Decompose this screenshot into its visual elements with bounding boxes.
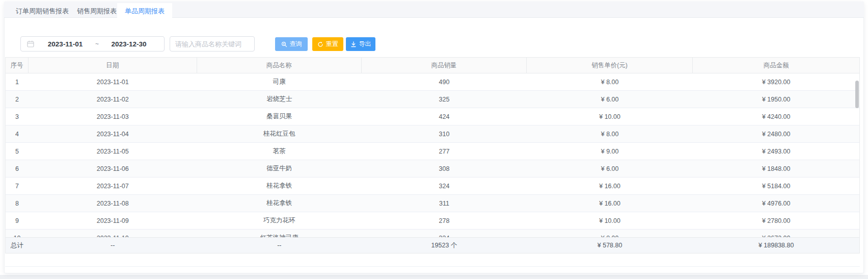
- table-cell: 2023-11-06: [29, 160, 197, 177]
- column-header-unit-price: 销售单价(元): [527, 58, 693, 73]
- table-cell: 10: [6, 230, 29, 237]
- table-cell: ¥ 5184.00: [693, 177, 859, 194]
- table-cell: 桂花拿铁: [197, 195, 362, 212]
- table-cell: 2023-11-04: [29, 125, 197, 142]
- table-cell: 2023-11-01: [29, 73, 197, 90]
- table-cell: 8: [6, 195, 29, 212]
- search-input[interactable]: [170, 36, 255, 52]
- table-row: 82023-11-08桂花拿铁311¥ 16.00¥ 4976.00: [6, 195, 859, 212]
- total-label: 总计: [6, 238, 29, 253]
- table-cell: 2023-11-10: [29, 230, 197, 237]
- table-cell: 茗茶: [197, 143, 362, 160]
- table-cell: ¥ 6.00: [527, 160, 693, 177]
- table-cell: ¥ 3920.00: [693, 73, 859, 90]
- table-row: 52023-11-05茗茶277¥ 9.00¥ 2493.00: [6, 143, 859, 160]
- table-cell: 490: [362, 73, 527, 90]
- table-cell: ¥ 8.00: [527, 73, 693, 90]
- column-header-amount: 商品金额: [693, 58, 859, 73]
- table-cell: 岩烧芝士: [197, 91, 362, 108]
- table-cell: 3: [6, 108, 29, 125]
- table-cell: ¥ 10.00: [527, 212, 693, 229]
- table-cell: 308: [362, 160, 527, 177]
- table-cell: 2023-11-09: [29, 212, 197, 229]
- total-quantity: 19523 个: [362, 238, 527, 253]
- query-button[interactable]: 查询: [275, 37, 308, 51]
- table-cell: ¥ 4240.00: [693, 108, 859, 125]
- table-cell: 司康: [197, 73, 362, 90]
- table-row: 22023-11-02岩烧芝士325¥ 6.00¥ 1950.00: [6, 91, 859, 108]
- table-cell: ¥ 10.00: [527, 108, 693, 125]
- table-cell: 巧克力花环: [197, 212, 362, 229]
- table-cell: 1: [6, 73, 29, 90]
- column-header-product: 商品名称: [197, 58, 362, 73]
- table-cell: 310: [362, 125, 527, 142]
- table-row: 102023-11-10红茶洛神司康334¥ 8.00¥ 2672.00: [6, 230, 859, 237]
- table-cell: 2023-11-03: [29, 108, 197, 125]
- column-header-quantity: 商品销量: [362, 58, 527, 73]
- table-row: 72023-11-07桂花拿铁324¥ 16.00¥ 5184.00: [6, 177, 859, 195]
- table-cell: ¥ 2493.00: [693, 143, 859, 160]
- table-cell: 9: [6, 212, 29, 229]
- table-cell: 7: [6, 177, 29, 194]
- download-icon: [350, 41, 357, 47]
- table-cell: 桑葚贝果: [197, 108, 362, 125]
- table-cell: 334: [362, 230, 527, 237]
- reset-button[interactable]: 重置: [312, 37, 343, 51]
- reset-button-label: 重置: [326, 40, 338, 48]
- product-keyword-search: [170, 36, 255, 52]
- table-cell: 424: [362, 108, 527, 125]
- table-cell: ¥ 2780.00: [693, 212, 859, 229]
- table-cell: 红茶洛神司康: [197, 230, 362, 237]
- date-start: 2023-11-01: [36, 40, 94, 48]
- table-cell: ¥ 2672.00: [693, 230, 859, 237]
- query-button-label: 查询: [290, 40, 302, 48]
- export-button[interactable]: 导出: [346, 37, 375, 51]
- table-cell: ¥ 16.00: [527, 195, 693, 212]
- export-button-label: 导出: [359, 40, 371, 48]
- date-end: 2023-12-30: [100, 40, 158, 48]
- table-cell: 277: [362, 143, 527, 160]
- total-product: --: [197, 238, 362, 253]
- table-cell: ¥ 1950.00: [693, 91, 859, 108]
- table-cell: 6: [6, 160, 29, 177]
- table-cell: 2023-11-02: [29, 91, 197, 108]
- date-range-picker[interactable]: 2023-11-01 ~ 2023-12-30: [20, 36, 165, 52]
- table-cell: ¥ 4976.00: [693, 195, 859, 212]
- table-cell: 桂花红豆包: [197, 125, 362, 142]
- table-header-row: 序号 日期 商品名称 商品销量 销售单价(元) 商品金额: [6, 57, 859, 73]
- table-cell: ¥ 16.00: [527, 177, 693, 194]
- table-body: 12023-11-01司康490¥ 8.00¥ 3920.0022023-11-…: [6, 73, 859, 237]
- tab-item-cycle-report[interactable]: 单品周期报表: [117, 3, 172, 20]
- table-cell: 2023-11-05: [29, 143, 197, 160]
- total-unit-price: ¥ 578.80: [527, 238, 693, 253]
- table-cell: 311: [362, 195, 527, 212]
- table-total-row: 总计 -- -- 19523 个 ¥ 578.80 ¥ 189838.80: [5, 237, 860, 253]
- calendar-icon: [27, 40, 34, 47]
- table-cell: 324: [362, 177, 527, 194]
- table-cell: 桂花拿铁: [197, 177, 362, 194]
- report-page: 订单周期销售报表 销售周期报表 单品周期报表 2023-11-01 ~ 2023…: [0, 0, 868, 279]
- table-cell: ¥ 8.00: [527, 125, 693, 142]
- table-cell: 5: [6, 143, 29, 160]
- table-cell: ¥ 9.00: [527, 143, 693, 160]
- total-date: --: [29, 238, 197, 253]
- column-header-date: 日期: [29, 58, 197, 73]
- vertical-scrollbar-thumb[interactable]: [855, 81, 859, 108]
- table-row: 62023-11-06德亚牛奶308¥ 6.00¥ 1848.00: [6, 160, 859, 177]
- table-cell: ¥ 1848.00: [693, 160, 859, 177]
- table-cell: 2023-11-08: [29, 195, 197, 212]
- tab-sales-cycle-report[interactable]: 销售周期报表: [77, 3, 117, 19]
- refresh-icon: [317, 41, 323, 47]
- card-footer-divider: [5, 266, 860, 267]
- table-cell: ¥ 8.00: [527, 230, 693, 237]
- table-cell: 4: [6, 125, 29, 142]
- table-cell: ¥ 6.00: [527, 91, 693, 108]
- table-cell: 325: [362, 91, 527, 108]
- report-tabbar: 订单周期销售报表 销售周期报表 单品周期报表: [4, 2, 864, 18]
- tab-order-cycle-sales-report[interactable]: 订单周期销售报表: [16, 3, 69, 19]
- date-separator: ~: [94, 40, 100, 47]
- table-row: 12023-11-01司康490¥ 8.00¥ 3920.00: [6, 73, 859, 91]
- table-cell: 278: [362, 212, 527, 229]
- table-row: 32023-11-03桑葚贝果424¥ 10.00¥ 4240.00: [6, 108, 859, 125]
- report-table: 序号 日期 商品名称 商品销量 销售单价(元) 商品金额 12023-11-01…: [5, 57, 860, 237]
